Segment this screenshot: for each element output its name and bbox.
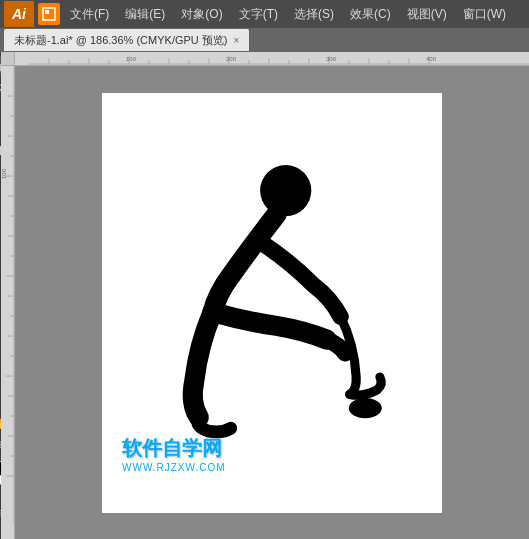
artboard: 软件自学网 WWW.RJZXW.COM	[102, 93, 442, 513]
ruler-corner	[1, 52, 15, 66]
vertical-ruler: 100	[1, 66, 15, 539]
svg-point-50	[349, 398, 382, 418]
title-bar: Ai 文件(F) 编辑(E) 对象(O) 文字(T) 选择(S) 效果(C) 视…	[0, 0, 529, 28]
width-tool[interactable]: ⊢	[1, 308, 2, 328]
polygon-tool[interactable]: ⬡	[1, 203, 2, 223]
mesh-tool[interactable]: ⊞	[1, 350, 2, 370]
menu-object[interactable]: 对象(O)	[177, 4, 226, 25]
color-area: ⇄	[0, 459, 1, 487]
scissors-tool[interactable]: ✂	[1, 371, 2, 391]
content-area: 100 200 300	[1, 52, 529, 539]
window-icon	[38, 3, 60, 25]
svg-rect-1	[45, 10, 49, 14]
type-tool[interactable]: T	[0, 140, 1, 160]
arc-tool[interactable]: ⌒	[1, 161, 2, 181]
hockey-player-illustration	[142, 143, 402, 463]
main-area: ✦ ⌓ ✒ ✏ T ╱ ⌒ □ ▭ ○ ⬡ ∫ ⊙ ✏	[0, 52, 529, 539]
active-tab[interactable]: 未标题-1.ai* @ 186.36% (CMYK/GPU 预览) ×	[4, 29, 249, 51]
artboard-tool[interactable]: ⊡	[0, 503, 1, 523]
hand-tool[interactable]: ✋	[0, 413, 1, 433]
direct-selection-tool[interactable]	[0, 77, 1, 97]
blob-brush-tool[interactable]: ⊙	[1, 224, 2, 244]
reflect-tool[interactable]: ⇔	[1, 266, 2, 286]
svg-text:400: 400	[426, 56, 437, 62]
add-anchor-tool[interactable]: ✏	[1, 119, 2, 139]
smooth-tool[interactable]: ~	[1, 245, 2, 265]
rounded-rect-tool[interactable]: ▭	[1, 182, 2, 202]
blend-tool[interactable]: ∞	[1, 329, 2, 349]
svg-text:200: 200	[226, 56, 237, 62]
foreground-color-swatch[interactable]	[0, 461, 1, 476]
selection-tool[interactable]	[0, 56, 1, 76]
lasso-tool[interactable]: ⌓	[1, 98, 2, 118]
measure-tool[interactable]: ⊣	[1, 392, 2, 412]
menu-effect[interactable]: 效果(C)	[346, 4, 395, 25]
zoom-tool[interactable]: ⊕	[0, 434, 1, 454]
menu-file[interactable]: 文件(F)	[66, 4, 113, 25]
svg-point-49	[260, 164, 311, 215]
menu-select[interactable]: 选择(S)	[290, 4, 338, 25]
watermark-text-url: WWW.RJZXW.COM	[122, 462, 226, 473]
app-logo: Ai	[4, 1, 34, 27]
menu-view[interactable]: 视图(V)	[403, 4, 451, 25]
menu-bar: 文件(F) 编辑(E) 对象(O) 文字(T) 选择(S) 效果(C) 视图(V…	[66, 4, 525, 25]
svg-text:300: 300	[326, 56, 337, 62]
menu-window[interactable]: 窗口(W)	[459, 4, 510, 25]
toolbar: ✦ ⌓ ✒ ✏ T ╱ ⌒ □ ▭ ○ ⬡ ∫ ⊙ ✏	[0, 52, 1, 539]
tab-label: 未标题-1.ai* @ 186.36% (CMYK/GPU 预览)	[14, 33, 228, 48]
menu-text[interactable]: 文字(T)	[235, 4, 282, 25]
canvas: 软件自学网 WWW.RJZXW.COM	[15, 66, 529, 539]
horizontal-ruler: 100 200 300	[15, 52, 529, 66]
tab-bar: 未标题-1.ai* @ 186.36% (CMYK/GPU 预览) ×	[0, 28, 529, 52]
menu-edit[interactable]: 编辑(E)	[121, 4, 169, 25]
canvas-area: 100	[1, 66, 529, 539]
svg-text:100: 100	[126, 56, 137, 62]
tab-close-button[interactable]: ×	[234, 35, 240, 46]
shear-tool[interactable]: ⊿	[1, 287, 2, 307]
svg-text:100: 100	[1, 168, 7, 179]
